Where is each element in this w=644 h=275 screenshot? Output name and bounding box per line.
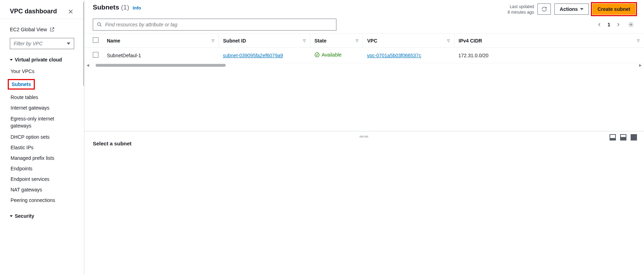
row-checkbox[interactable] [93,52,98,58]
col-vpc[interactable]: VPC [367,38,378,44]
ec2-global-label: EC2 Global View [10,27,47,32]
panel-resize-handle[interactable]: ══ [360,133,369,140]
section-security-label: Security [15,213,34,219]
caret-down-icon [580,8,584,10]
horizontal-scrollbar[interactable]: ◀ ▶ [84,63,644,68]
actions-label: Actions [560,6,578,12]
sidebar-item-dhcp-option-sets[interactable]: DHCP option sets [11,132,74,142]
pagination: 1 [595,20,636,29]
sidebar-item-peering-connections[interactable]: Peering connections [11,195,74,205]
panel-layout-split[interactable] [620,134,626,140]
next-page-button[interactable] [614,20,623,29]
search-input[interactable] [105,22,333,27]
refresh-icon [541,6,547,12]
last-updated-value: 8 minutes ago [508,10,534,15]
sidebar-item-elastic-ips[interactable]: Elastic IPs [11,142,74,153]
sort-caret-icon[interactable]: ▽ [447,39,450,42]
svg-point-0 [98,23,101,26]
last-updated: Last updated 8 minutes ago [508,4,534,15]
select-all-checkbox[interactable] [93,37,98,43]
col-name[interactable]: Name [107,38,120,44]
scrollbar-thumb[interactable] [96,64,226,67]
cell-name: SubnetDefaul-1 [103,48,219,63]
col-state[interactable]: State [315,38,327,44]
scroll-right-icon[interactable]: ▶ [638,63,643,67]
svg-point-2 [315,53,319,57]
external-link-icon [49,27,55,32]
details-empty-title: Select a subnet [93,140,636,146]
cell-vpc-link[interactable]: vpc-0701a5b03f066537c [367,53,421,58]
subnets-table: Name▽ Subnet ID▽ State▽ VPC▽ IPv4 CIDR▽ … [84,33,644,63]
sidebar-item-egress-only-igw[interactable]: Egress-only internet gateways [11,113,74,132]
sidebar-title: VPC dashboard [10,8,57,15]
cell-ipv4: 172.31.0.0/20 [454,48,644,63]
section-virtual-private-cloud[interactable]: Virtual private cloud [10,57,74,63]
actions-button[interactable]: Actions [554,4,588,15]
sidebar-nav: Your VPCs Subnets Route tables Internet … [10,66,74,205]
col-ipv4[interactable]: IPv4 CIDR [459,38,482,44]
caret-down-icon [10,59,13,61]
check-circle-icon [314,52,320,58]
sidebar-item-managed-prefix-lists[interactable]: Managed prefix lists [11,153,74,163]
prev-page-button[interactable] [595,20,604,29]
page-title-count: (1) [121,4,129,11]
caret-down-icon [10,215,13,217]
search-input-wrap[interactable] [93,19,336,31]
sidebar: VPC dashboard EC2 Global View Filter by … [0,0,84,275]
sort-caret-icon[interactable]: ▽ [212,39,214,42]
ec2-global-view-link[interactable]: EC2 Global View [10,25,74,34]
last-updated-label: Last updated [508,4,534,10]
scroll-left-icon[interactable]: ◀ [86,63,90,67]
sidebar-item-your-vpcs[interactable]: Your VPCs [11,66,74,77]
sidebar-item-internet-gateways[interactable]: Internet gateways [11,103,74,113]
section-security[interactable]: Security [10,213,74,219]
table-row[interactable]: SubnetDefaul-1 subnet-039095fa2ef6079a9 … [84,48,644,63]
chevron-left-icon [597,22,602,27]
sidebar-item-endpoints[interactable]: Endpoints [11,163,74,174]
sidebar-item-endpoint-services[interactable]: Endpoint services [11,174,74,184]
sort-caret-icon[interactable]: ▽ [356,39,359,42]
svg-point-1 [630,24,632,25]
panel-layout-bottom[interactable] [610,134,616,140]
info-link[interactable]: Info [133,5,141,11]
sidebar-item-nat-gateways[interactable]: NAT gateways [11,184,74,195]
panel-layout-full[interactable] [631,134,637,140]
page-number: 1 [607,22,610,27]
refresh-button[interactable] [537,4,551,15]
sort-caret-icon[interactable]: ▽ [303,39,306,42]
cell-subnet-id-link[interactable]: subnet-039095fa2ef6079a9 [223,53,283,58]
search-icon [97,22,102,27]
sidebar-item-subnets[interactable]: Subnets [11,77,74,92]
chevron-right-icon [616,22,621,27]
main-content: Subnets (1) Info Last updated 8 minutes … [84,0,644,275]
caret-down-icon [67,42,70,45]
table-header-row: Name▽ Subnet ID▽ State▽ VPC▽ IPv4 CIDR▽ [84,34,644,48]
create-subnet-button[interactable]: Create subnet [592,4,636,15]
details-panel: ══ Select a subnet [84,131,644,153]
cell-state: Available [314,52,342,58]
section-vpc-label: Virtual private cloud [15,57,62,63]
filter-by-vpc-select[interactable]: Filter by VPC [10,38,74,49]
settings-button[interactable] [626,20,636,29]
sort-caret-icon[interactable]: ▽ [637,39,640,42]
col-subnet-id[interactable]: Subnet ID [223,38,246,44]
gear-icon [628,22,634,27]
close-icon[interactable] [67,8,74,15]
sidebar-item-route-tables[interactable]: Route tables [11,92,74,103]
page-title: Subnets (1) [93,4,129,11]
create-subnet-label: Create subnet [598,6,630,12]
table-container: Name▽ Subnet ID▽ State▽ VPC▽ IPv4 CIDR▽ … [84,33,644,68]
filter-placeholder: Filter by VPC [14,41,43,46]
